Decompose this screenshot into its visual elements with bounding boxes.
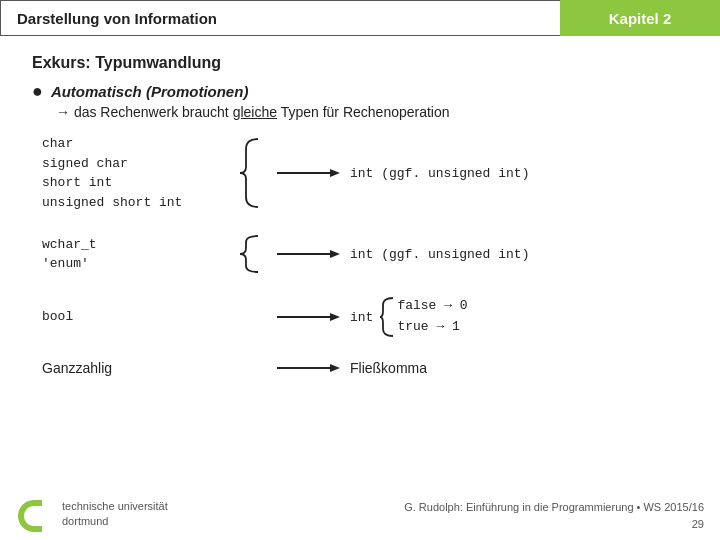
- bullet-text: Automatisch (Promotionen): [51, 83, 249, 100]
- kapitel-text: Kapitel 2: [609, 10, 672, 27]
- svg-rect-10: [34, 526, 42, 532]
- bool-right: int false → 0 true → 1: [350, 296, 468, 338]
- left-line-wchar: wchar_t: [42, 235, 232, 255]
- svg-rect-9: [34, 500, 42, 506]
- header-kapitel: Kapitel 2: [560, 0, 720, 36]
- brace-2: [232, 234, 272, 274]
- footer-school-text: technische universität dortmund: [62, 499, 168, 530]
- bullet-symbol: ●: [32, 82, 43, 100]
- header: Darstellung von Information Kapitel 2: [0, 0, 720, 36]
- diagram-row-2: wchar_t 'enum' int (ggf. unsigned int): [42, 234, 688, 274]
- bool-brace-block: false → 0 true → 1: [379, 296, 467, 338]
- school-line2: dortmund: [62, 514, 168, 529]
- arrow-4: [272, 360, 342, 376]
- diagram-row-1: char signed char short int unsigned shor…: [42, 134, 688, 212]
- arrow-2: [272, 246, 342, 262]
- footer-page: 29: [404, 516, 704, 533]
- left-line-enum: 'enum': [42, 254, 232, 274]
- main-content: Exkurs: Typumwandlung ● Automatisch (Pro…: [0, 36, 720, 386]
- right-block-2: int (ggf. unsigned int): [350, 247, 529, 262]
- svg-marker-1: [330, 169, 340, 177]
- arrow-description: → das Rechenwerk braucht gleiche Typen f…: [56, 104, 688, 120]
- header-title: Darstellung von Information: [0, 0, 560, 36]
- title-text: Darstellung von Information: [17, 10, 217, 27]
- brace-1: [232, 137, 272, 209]
- section-exkurs: Exkurs: Typumwandlung: [32, 54, 688, 72]
- footer: technische universität dortmund G. Rudol…: [0, 496, 720, 532]
- fliesskomma-label: Fließkomma: [350, 360, 427, 376]
- left-block-1: char signed char short int unsigned shor…: [42, 134, 232, 212]
- right-block-1: int (ggf. unsigned int): [350, 166, 529, 181]
- bool-false: false → 0: [397, 296, 467, 317]
- arrow-underline: gleiche: [233, 104, 277, 120]
- tud-logo-icon: [16, 496, 52, 532]
- footer-right: G. Rudolph: Einführung in die Programmie…: [404, 499, 704, 532]
- footer-logo: technische universität dortmund: [16, 496, 168, 532]
- left-line-bool: bool: [42, 307, 232, 327]
- arrow-3: [272, 309, 342, 325]
- arrow-post: Typen für Rechenoperation: [277, 104, 450, 120]
- bool-options: false → 0 true → 1: [397, 296, 467, 338]
- ganzzahlig-label: Ganzzahlig: [42, 360, 232, 376]
- bool-int-label: int: [350, 310, 373, 325]
- diagram-row-4: Ganzzahlig Fließkomma: [42, 360, 688, 376]
- svg-marker-5: [330, 313, 340, 321]
- arrow-pre: → das Rechenwerk braucht: [56, 104, 233, 120]
- diagram: char signed char short int unsigned shor…: [42, 134, 688, 376]
- arrow-1: [272, 165, 342, 181]
- svg-marker-3: [330, 250, 340, 258]
- left-block-2: wchar_t 'enum': [42, 235, 232, 274]
- left-line-short-int: short int: [42, 173, 232, 193]
- left-line-char: char: [42, 134, 232, 154]
- school-line1: technische universität: [62, 499, 168, 514]
- bullet-automatisch: ● Automatisch (Promotionen): [32, 82, 688, 100]
- left-line-unsigned-short: unsigned short int: [42, 193, 232, 213]
- footer-citation: G. Rudolph: Einführung in die Programmie…: [404, 499, 704, 516]
- svg-marker-7: [330, 364, 340, 372]
- diagram-row-3: bool int false → 0 true → 1: [42, 296, 688, 338]
- left-block-3: bool: [42, 307, 232, 327]
- bool-true: true → 1: [397, 317, 467, 338]
- left-line-signed-char: signed char: [42, 154, 232, 174]
